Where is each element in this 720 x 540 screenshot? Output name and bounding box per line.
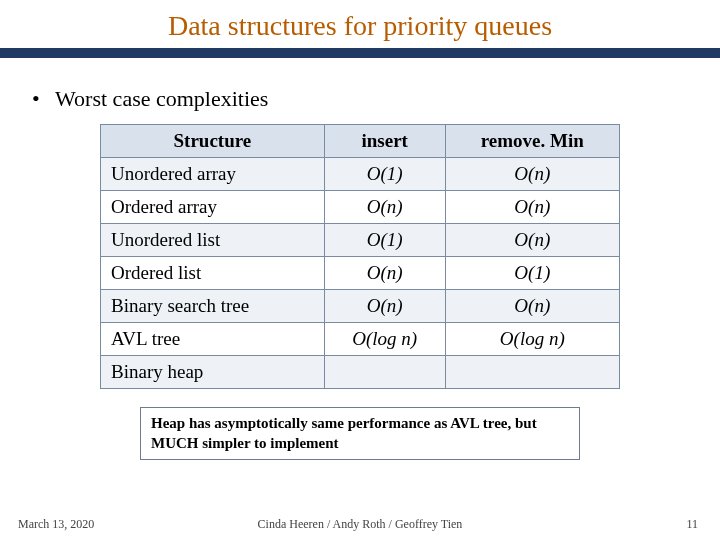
cell-structure: Binary search tree: [101, 290, 325, 323]
title-band: Data structures for priority queues: [0, 0, 720, 58]
footer-date: March 13, 2020: [18, 517, 94, 532]
cell-structure: Unordered list: [101, 224, 325, 257]
footer-pagenum: 11: [686, 517, 698, 532]
slide: Data structures for priority queues • Wo…: [0, 0, 720, 540]
slide-footer: March 13, 2020 Cinda Heeren / Andy Roth …: [0, 517, 720, 532]
table-row: Unordered array O(1) O(n): [101, 158, 620, 191]
footer-authors: Cinda Heeren / Andy Roth / Geoffrey Tien: [0, 517, 720, 532]
table-row: Binary heap: [101, 356, 620, 389]
complexity-table: Structure insert remove. Min Unordered a…: [100, 124, 620, 389]
cell-structure: AVL tree: [101, 323, 325, 356]
cell-remove: O(1): [445, 257, 619, 290]
bullet-text: Worst case complexities: [55, 86, 268, 111]
note-box: Heap has asymptotically same performance…: [140, 407, 580, 460]
bullet-item: • Worst case complexities: [32, 86, 720, 112]
slide-title: Data structures for priority queues: [0, 10, 720, 42]
cell-structure: Ordered array: [101, 191, 325, 224]
cell-structure: Binary heap: [101, 356, 325, 389]
cell-remove: O(n): [445, 224, 619, 257]
cell-remove: O(n): [445, 290, 619, 323]
cell-insert: O(1): [324, 224, 445, 257]
cell-insert: O(n): [324, 191, 445, 224]
cell-insert: O(n): [324, 257, 445, 290]
cell-structure: Unordered array: [101, 158, 325, 191]
cell-remove: O(n): [445, 191, 619, 224]
cell-insert: O(n): [324, 290, 445, 323]
table-row: Ordered list O(n) O(1): [101, 257, 620, 290]
bullet-dot-icon: •: [32, 86, 50, 112]
cell-remove: O(log n): [445, 323, 619, 356]
table-row: AVL tree O(log n) O(log n): [101, 323, 620, 356]
cell-remove: [445, 356, 619, 389]
cell-insert: O(log n): [324, 323, 445, 356]
table-row: Ordered array O(n) O(n): [101, 191, 620, 224]
col-structure: Structure: [101, 125, 325, 158]
cell-insert: O(1): [324, 158, 445, 191]
table-header-row: Structure insert remove. Min: [101, 125, 620, 158]
table-row: Binary search tree O(n) O(n): [101, 290, 620, 323]
cell-insert: [324, 356, 445, 389]
table-row: Unordered list O(1) O(n): [101, 224, 620, 257]
col-remove: remove. Min: [445, 125, 619, 158]
cell-structure: Ordered list: [101, 257, 325, 290]
col-insert: insert: [324, 125, 445, 158]
cell-remove: O(n): [445, 158, 619, 191]
